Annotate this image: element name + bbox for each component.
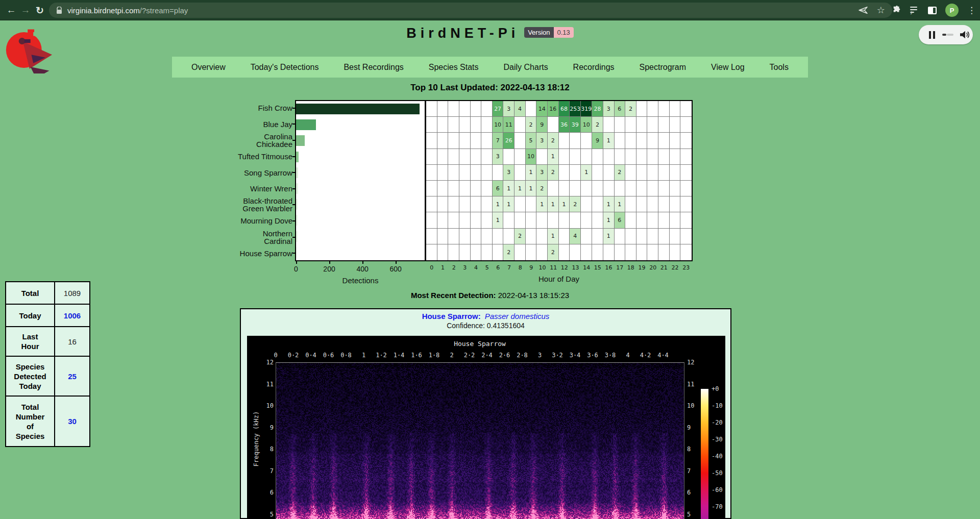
heatmap-cell — [636, 133, 648, 149]
heatmap-cell: 253 — [570, 101, 581, 117]
heatmap-cell — [680, 212, 692, 228]
heatmap-cell: 1 — [503, 181, 514, 196]
reload-icon[interactable]: ↻ — [33, 3, 47, 17]
extensions-puzzle-icon[interactable] — [892, 6, 901, 15]
hour-label: 9 — [529, 264, 533, 271]
heatmap-cell — [514, 165, 526, 181]
heatmap-cell — [536, 212, 548, 228]
heatmap-cell: 4 — [514, 101, 526, 117]
heatmap-cell — [437, 165, 449, 181]
heatmap-cell — [471, 244, 482, 260]
pause-icon[interactable] — [929, 31, 936, 39]
x-tick-label: 200 — [323, 265, 335, 273]
time-tick-label: 0·6 — [323, 352, 334, 359]
spectrogram-title: House Sparrow — [454, 340, 506, 348]
time-tick-label: 0·8 — [340, 352, 352, 359]
heatmap-cell — [426, 196, 437, 212]
send-icon[interactable] — [859, 6, 868, 14]
heatmap-cell — [426, 165, 437, 181]
audio-player[interactable] — [919, 25, 973, 44]
media-controls-icon[interactable]: ♪ — [910, 7, 919, 14]
heatmap-cell: 9 — [536, 117, 548, 133]
stat-label: Last Hour — [6, 327, 55, 356]
hour-label: 4 — [474, 264, 478, 271]
url-bar[interactable]: virginia.birdnetpi.com/?stream=play ☆ — [49, 3, 892, 18]
time-tick-label: 1 — [362, 352, 365, 359]
species-common-link[interactable]: House Sparrow: — [422, 312, 481, 320]
nav-item-best-recordings[interactable]: Best Recordings — [344, 63, 403, 72]
heatmap-cell — [426, 244, 437, 260]
bar-mourning-dove — [296, 215, 298, 226]
time-tick-label: 3·4 — [570, 352, 581, 359]
time-tick-label: 3·6 — [587, 352, 598, 359]
bookmark-star-icon[interactable]: ☆ — [877, 5, 885, 16]
heatmap-cell: 28 — [592, 101, 603, 117]
hour-of-day-axis-label: Hour of Day — [538, 275, 579, 283]
heatmap-cell: 10 — [581, 117, 592, 133]
heatmap-cell — [647, 101, 658, 117]
nav-item-spectrogram[interactable]: Spectrogram — [640, 63, 687, 72]
heatmap-cell: 1 — [603, 133, 615, 149]
heatmap-cell — [670, 229, 681, 244]
volume-icon[interactable] — [960, 30, 970, 39]
nav-item-tools[interactable]: Tools — [770, 63, 789, 72]
heatmap-cell — [680, 165, 692, 181]
time-tick-label: 4 — [626, 352, 629, 359]
db-tick-label: -10 — [712, 402, 723, 409]
heatmap-cell — [603, 149, 615, 165]
nav-item-today-s-detections[interactable]: Today's Detections — [251, 63, 319, 72]
heatmap-cell: 2 — [615, 165, 626, 181]
freq-tick-label-right: 11 — [687, 381, 694, 388]
stat-value[interactable]: 25 — [55, 357, 89, 396]
heatmap-cell: 5 — [526, 133, 537, 149]
hour-label: 12 — [561, 264, 568, 271]
side-panel-icon[interactable] — [928, 7, 937, 14]
hour-label: 21 — [660, 264, 668, 271]
version-badge: Version0.13 — [524, 29, 574, 36]
heatmap-cell — [658, 149, 670, 165]
heatmap-cell — [503, 149, 514, 165]
stat-value[interactable]: 1006 — [55, 305, 89, 326]
heatmap-cell — [658, 212, 670, 228]
forward-arrow-icon[interactable]: → — [18, 3, 33, 17]
species-latin[interactable]: Passer domesticus — [485, 312, 550, 320]
heatmap-cell — [592, 212, 603, 228]
db-tick-label: -30 — [712, 436, 723, 443]
heatmap-cell — [680, 101, 692, 117]
heatmap-cell: 6 — [493, 181, 504, 196]
nav-item-daily-charts[interactable]: Daily Charts — [504, 63, 548, 72]
stat-value[interactable]: 30 — [55, 397, 89, 446]
heatmap-cell — [448, 181, 459, 196]
heatmap-cell — [615, 181, 626, 196]
heatmap-cell — [448, 133, 459, 149]
heatmap-cell — [437, 117, 449, 133]
heatmap-cell — [625, 196, 636, 212]
species-label-mourning-dove: Mourning Dove — [237, 213, 292, 229]
bar-blue-jay — [296, 119, 316, 130]
heatmap-cell — [459, 229, 471, 244]
heatmap-cell — [514, 149, 526, 165]
spectrogram-image — [276, 363, 684, 519]
heatmap-cell — [658, 133, 670, 149]
heatmap-cell — [448, 149, 459, 165]
freq-tick-label-left: 10 — [266, 402, 274, 409]
heatmap-cell — [426, 101, 437, 117]
kebab-menu-icon[interactable]: ⋮ — [967, 5, 976, 16]
time-tick-label: 2·8 — [517, 352, 528, 359]
profile-avatar[interactable]: P — [945, 4, 959, 17]
nav-item-overview[interactable]: Overview — [191, 63, 226, 72]
heatmap-cell — [426, 117, 437, 133]
back-arrow-icon[interactable]: ← — [4, 3, 18, 17]
nav-item-species-stats[interactable]: Species Stats — [429, 63, 479, 72]
freq-tick-label-left: 11 — [266, 381, 274, 388]
heatmap-cell: 319 — [581, 101, 592, 117]
audio-progress-slider[interactable] — [942, 34, 953, 36]
heatmap-cell — [437, 149, 449, 165]
nav-item-view-log[interactable]: View Log — [711, 63, 745, 72]
bar-carolina-chickadee — [296, 135, 305, 146]
heatmap-cell: 1 — [493, 196, 504, 212]
heatmap-cell — [437, 212, 449, 228]
detection-species-line: House Sparrow:Passer domesticus — [241, 312, 730, 320]
nav-item-recordings[interactable]: Recordings — [573, 63, 615, 72]
hour-label: 15 — [594, 264, 601, 271]
